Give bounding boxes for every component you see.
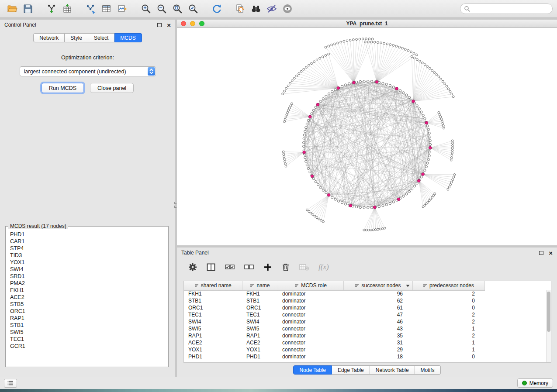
table-cell[interactable]: dominator — [278, 353, 343, 360]
table-cell[interactable]: dominator — [278, 304, 343, 311]
import-table-button[interactable] — [59, 2, 75, 16]
table-cell[interactable]: 0 — [412, 304, 484, 311]
table-cell[interactable]: 61 — [343, 304, 412, 311]
table-cell[interactable]: TEC1 — [184, 311, 242, 318]
network-graph[interactable] — [177, 28, 557, 245]
tab-select[interactable]: Select — [88, 33, 114, 42]
panel-divider-grip[interactable] — [174, 199, 177, 210]
column-header-successor-nodes[interactable]: successor nodes — [343, 281, 412, 290]
table-row[interactable]: PHD1PHD1dominator180 — [184, 353, 484, 360]
table-cell[interactable]: SWI4 — [242, 318, 278, 325]
run-mcds-button[interactable]: Run MCDS — [42, 83, 84, 93]
apply-layout-button[interactable] — [209, 2, 225, 16]
table-cell[interactable]: 0 — [412, 353, 484, 360]
table-cell[interactable]: connector — [278, 339, 343, 346]
table-cell[interactable]: SWI5 — [242, 325, 278, 332]
deselect-all-button[interactable] — [244, 264, 254, 271]
mcds-result-item[interactable]: STB1 — [8, 322, 166, 329]
show-columns-button[interactable] — [207, 263, 215, 271]
mcds-result-item[interactable]: ORC1 — [8, 308, 166, 315]
zoom-fit-button[interactable] — [170, 2, 185, 16]
mcds-result-item[interactable]: PMA2 — [8, 280, 166, 287]
table-row[interactable]: STB1STB1dominator620 — [184, 297, 484, 304]
table-cell[interactable]: ACE2 — [184, 339, 242, 346]
close-mcds-panel-button[interactable]: Close panel — [90, 83, 134, 93]
table-cell[interactable]: ORC1 — [242, 304, 278, 311]
table-cell[interactable]: SWI5 — [184, 325, 242, 332]
mcds-result-item[interactable]: GCR1 — [8, 343, 166, 350]
export-image-button[interactable] — [114, 2, 130, 16]
memory-button[interactable]: Memory — [517, 378, 553, 388]
table-cell[interactable]: 1 — [412, 346, 484, 353]
table-row[interactable]: ORC1ORC1dominator610 — [184, 304, 484, 311]
table-cell[interactable]: 47 — [343, 311, 412, 318]
table-cell[interactable]: 43 — [343, 325, 412, 332]
table-cell[interactable]: 46 — [343, 318, 412, 325]
search-field[interactable] — [460, 3, 553, 14]
table-cell[interactable]: TEC1 — [242, 311, 278, 318]
mcds-result-item[interactable]: PHD1 — [8, 231, 166, 238]
function-builder-button[interactable]: f(x) — [318, 263, 329, 272]
mcds-result-item[interactable]: RAP1 — [8, 315, 166, 322]
zoom-in-button[interactable] — [138, 2, 154, 16]
table-cell[interactable]: PHD1 — [242, 353, 278, 360]
table-cell[interactable]: 18 — [343, 353, 412, 360]
table-vertical-scrollbar[interactable] — [546, 290, 551, 362]
zoom-out-button[interactable] — [154, 2, 170, 16]
table-cell[interactable]: ACE2 — [242, 339, 278, 346]
mcds-result-item[interactable]: SWI5 — [8, 329, 166, 336]
delete-column-button[interactable] — [282, 263, 290, 272]
table-cell[interactable]: YOX1 — [242, 346, 278, 353]
tab-mcds[interactable]: MCDS — [114, 33, 142, 42]
table-row[interactable]: YOX1YOX1connector291 — [184, 346, 484, 353]
mcds-result-item[interactable]: TID3 — [8, 252, 166, 259]
table-settings-button[interactable] — [188, 263, 197, 272]
table-row[interactable]: TEC1TEC1connector472 — [184, 311, 484, 318]
criterion-dropdown[interactable]: largest connected component (undirected) — [20, 66, 156, 76]
mcds-result-item[interactable]: FKH1 — [8, 287, 166, 294]
maximize-window-button[interactable] — [199, 21, 204, 26]
save-session-button[interactable] — [20, 2, 36, 16]
delete-table-button[interactable] — [299, 264, 309, 271]
mcds-result-item[interactable]: YOX1 — [8, 259, 166, 266]
table-row[interactable]: SWI5SWI5connector431 — [184, 325, 484, 332]
import-network-button[interactable] — [44, 2, 59, 16]
mcds-result-item[interactable]: TEC1 — [8, 336, 166, 343]
table-cell[interactable]: dominator — [278, 318, 343, 325]
table-cell[interactable]: 2 — [412, 311, 484, 318]
close-table-panel-icon[interactable]: × — [549, 250, 553, 256]
tab-node-table[interactable]: Node Table — [293, 365, 332, 375]
add-column-button[interactable] — [263, 263, 272, 272]
tab-motifs[interactable]: Motifs — [415, 365, 441, 375]
task-history-button[interactable] — [4, 379, 17, 388]
table-cell[interactable]: connector — [278, 346, 343, 353]
column-header-shared-name[interactable]: shared name — [184, 281, 242, 290]
tab-edge-table[interactable]: Edge Table — [332, 365, 370, 375]
close-window-button[interactable] — [181, 21, 186, 26]
minimize-window-button[interactable] — [190, 21, 195, 26]
table-cell[interactable]: RAP1 — [242, 332, 278, 339]
table-cell[interactable]: 1 — [412, 339, 484, 346]
table-cell[interactable]: connector — [278, 325, 343, 332]
find-button[interactable] — [248, 2, 264, 16]
table-row[interactable]: FKH1FKH1dominator962 — [184, 290, 484, 297]
close-panel-icon[interactable]: × — [167, 22, 171, 28]
table-cell[interactable]: SWI4 — [184, 318, 242, 325]
network-window-titlebar[interactable]: YPA_prune.txt_1 — [177, 20, 557, 28]
zoom-selected-button[interactable] — [185, 2, 201, 16]
new-table-button[interactable] — [99, 2, 114, 16]
tab-network[interactable]: Network — [33, 33, 65, 42]
table-row[interactable]: ACE2ACE2connector311 — [184, 339, 484, 346]
tab-style[interactable]: Style — [65, 33, 88, 42]
table-cell[interactable]: 2 — [412, 318, 484, 325]
float-panel-icon[interactable] — [157, 23, 162, 27]
table-cell[interactable]: FKH1 — [242, 290, 278, 297]
table-cell[interactable]: ORC1 — [184, 304, 242, 311]
column-header-name[interactable]: name — [242, 281, 278, 290]
mcds-result-item[interactable]: ACE2 — [8, 294, 166, 301]
column-header-predecessor-nodes[interactable]: predecessor nodes — [412, 281, 484, 290]
mcds-result-item[interactable]: SRD1 — [8, 273, 166, 280]
network-canvas[interactable] — [177, 28, 557, 245]
column-header-mcds-role[interactable]: MCDS role — [278, 281, 343, 290]
table-cell[interactable]: dominator — [278, 332, 343, 339]
